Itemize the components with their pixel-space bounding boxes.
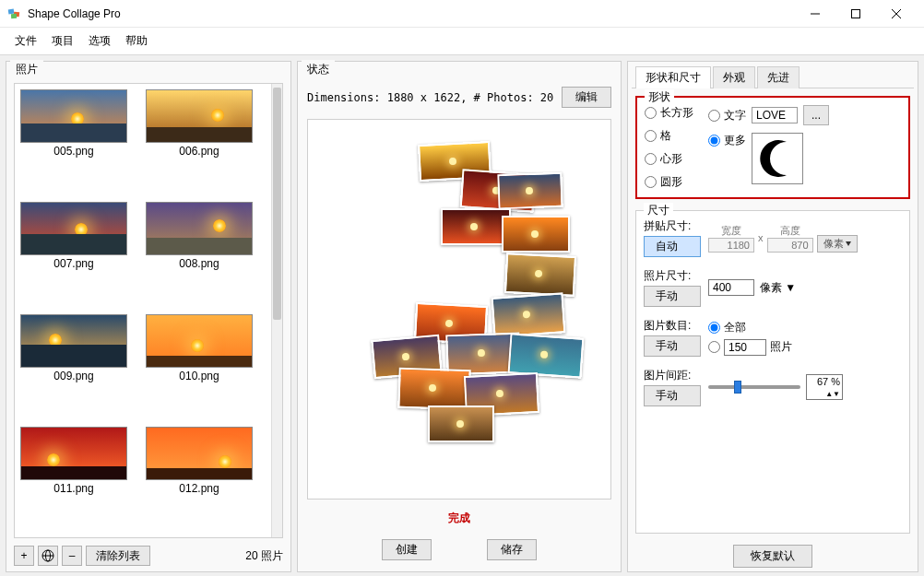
photo-caption: 007.png: [20, 257, 127, 270]
photos-panel: 照片 005.png 006.png 007.png 008.png 009.p…: [6, 61, 291, 572]
shape-group-title: 形状: [645, 89, 674, 105]
shape-text-input[interactable]: [752, 107, 798, 123]
minimize-button[interactable]: [795, 1, 835, 27]
count-num-radio[interactable]: 照片: [708, 339, 792, 356]
status-panel-title: 状态: [302, 60, 335, 79]
height-caption: 高度: [780, 224, 800, 238]
tabstrip: 形状和尺寸 外观 先进: [632, 65, 914, 88]
photo-cell[interactable]: 012.png: [146, 427, 253, 532]
tab-appearance[interactable]: 外观: [713, 66, 755, 88]
photo-caption: 009.png: [20, 370, 127, 382]
maximize-button[interactable]: [835, 1, 876, 27]
menu-project[interactable]: 项目: [46, 31, 79, 51]
shape-heart-label: 心形: [660, 151, 682, 167]
photo-count-label: 20 照片: [245, 548, 283, 564]
close-button[interactable]: [876, 1, 917, 27]
shape-grid-radio[interactable]: 格: [645, 128, 693, 144]
photo-caption: 006.png: [146, 145, 253, 158]
titlebar: Shape Collage Pro: [0, 0, 924, 28]
shape-more-label: 更多: [724, 133, 746, 148]
shape-circle-label: 圆形: [660, 174, 682, 190]
menu-help[interactable]: 帮助: [120, 31, 153, 51]
shape-group: 形状 长方形 格 心形 圆形 文字 ...: [635, 96, 910, 199]
shape-heart-radio[interactable]: 心形: [645, 151, 693, 167]
count-suffix-label: 照片: [770, 339, 792, 355]
app-icon: [7, 6, 22, 21]
photo-size-label: 照片尺寸:: [644, 268, 701, 284]
spacing-label: 图片间距:: [644, 368, 701, 383]
menu-file[interactable]: 文件: [9, 31, 42, 51]
photo-caption: 011.png: [20, 482, 127, 495]
photo-count-label: 图片数目:: [644, 318, 701, 334]
photo-caption: 010.png: [146, 370, 253, 382]
create-button[interactable]: 创建: [382, 539, 432, 560]
shape-rect-radio[interactable]: 长方形: [645, 105, 693, 121]
collage-height-input[interactable]: 870: [767, 238, 813, 253]
menubar: 文件 项目 选项 帮助: [0, 28, 924, 55]
photo-cell[interactable]: 007.png: [20, 202, 127, 307]
edit-button[interactable]: 编辑: [562, 87, 611, 108]
svg-rect-2: [11, 13, 17, 18]
dimensions-text: Dimensions: 1880 x 1622, # Photos: 20: [307, 91, 562, 104]
photo-cell[interactable]: 008.png: [146, 202, 253, 307]
shape-rect-label: 长方形: [660, 105, 693, 121]
collage-size-label: 拼贴尺寸:: [644, 218, 701, 234]
photo-cell[interactable]: 011.png: [20, 427, 127, 532]
photo-caption: 012.png: [146, 482, 253, 495]
size-group-title: 尺寸: [644, 203, 673, 218]
photo-cell[interactable]: 010.png: [146, 314, 253, 419]
photo-grid[interactable]: 005.png 006.png 007.png 008.png 009.png …: [15, 84, 271, 537]
window-title: Shape Collage Pro: [28, 7, 795, 20]
shape-preview-box[interactable]: [752, 133, 803, 184]
tab-advanced[interactable]: 先进: [757, 66, 800, 88]
photo-cell[interactable]: 009.png: [20, 314, 127, 419]
shape-circle-radio[interactable]: 圆形: [645, 174, 693, 190]
photos-panel-title: 照片: [10, 60, 43, 79]
tab-shape-size[interactable]: 形状和尺寸: [635, 66, 711, 88]
count-num-input[interactable]: [724, 339, 766, 356]
shape-grid-label: 格: [660, 128, 671, 144]
width-caption: 宽度: [721, 224, 741, 238]
add-photos-button[interactable]: +: [14, 546, 34, 566]
moon-icon: [755, 136, 800, 181]
photo-cell[interactable]: 006.png: [146, 89, 253, 194]
spacing-value[interactable]: 67 % ▲▼: [806, 374, 843, 400]
spacing-slider[interactable]: [708, 385, 800, 389]
photo-count-manual-button[interactable]: 手动: [644, 335, 701, 357]
photo-cell[interactable]: 005.png: [20, 89, 127, 194]
collage-width-input[interactable]: 1180: [708, 238, 754, 253]
shape-text-browse-button[interactable]: ...: [803, 105, 829, 125]
remove-photos-button[interactable]: –: [62, 546, 82, 566]
status-panel: 状态 Dimensions: 1880 x 1622, # Photos: 20…: [297, 61, 622, 572]
web-photos-button[interactable]: [38, 546, 58, 566]
photo-size-input[interactable]: [708, 279, 754, 296]
status-done-text: 完成: [298, 505, 621, 532]
collage-unit-select[interactable]: 像素: [817, 235, 858, 253]
count-all-label: 全部: [724, 320, 746, 335]
spacing-manual-button[interactable]: 手动: [644, 385, 701, 406]
collage-size-auto-button[interactable]: 自动: [644, 236, 701, 257]
photos-scrollbar[interactable]: [271, 84, 282, 537]
size-group: 尺寸 拼贴尺寸: 自动 宽度 1180 x: [635, 210, 910, 534]
svg-rect-0: [8, 8, 15, 14]
clear-list-button[interactable]: 清除列表: [86, 546, 150, 566]
shape-text-label: 文字: [724, 108, 746, 123]
save-button[interactable]: 储存: [487, 539, 537, 560]
restore-defaults-button[interactable]: 恢复默认: [733, 545, 812, 568]
chevron-down-icon: [846, 241, 851, 246]
preview-canvas[interactable]: [307, 119, 611, 500]
menu-options[interactable]: 选项: [83, 31, 116, 51]
shape-text-radio[interactable]: 文字: [708, 108, 746, 123]
count-all-radio[interactable]: 全部: [708, 320, 792, 335]
settings-panel: 形状和尺寸 外观 先进 形状 长方形 格 心形 圆形 文字: [627, 61, 918, 572]
photo-caption: 008.png: [146, 257, 253, 270]
shape-more-radio[interactable]: 更多: [708, 133, 746, 148]
svg-rect-4: [852, 9, 860, 18]
slider-thumb[interactable]: [734, 381, 741, 394]
photo-unit-select[interactable]: 像素 ▼: [760, 280, 796, 296]
photo-size-manual-button[interactable]: 手动: [644, 286, 701, 307]
photo-caption: 005.png: [20, 145, 127, 158]
